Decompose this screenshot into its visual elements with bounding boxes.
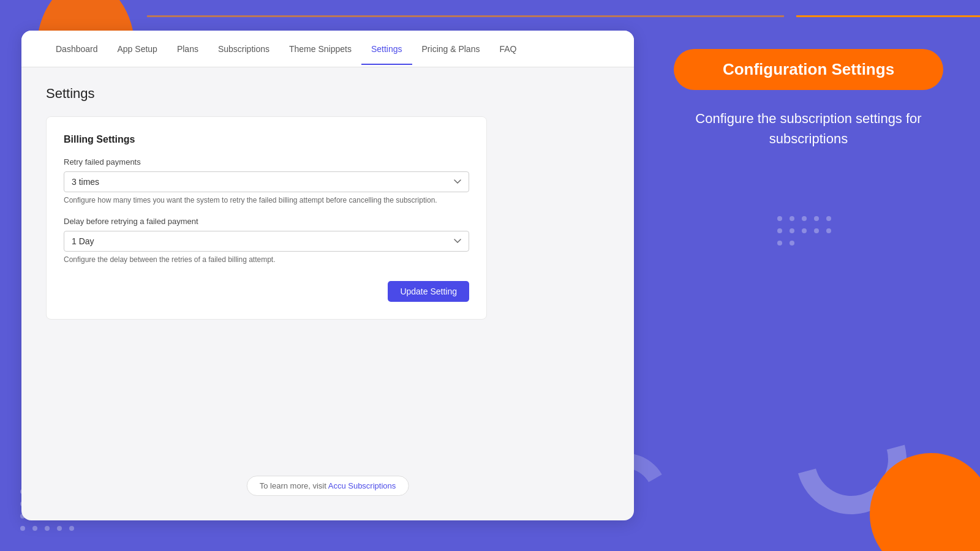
nav-item-plans[interactable]: Plans — [167, 33, 208, 65]
nav-item-dashboard[interactable]: Dashboard — [46, 33, 108, 65]
app-panel: Dashboard App Setup Plans Subscriptions … — [21, 31, 634, 520]
delay-payment-field: Delay before retrying a failed payment 1… — [64, 217, 469, 264]
delay-payment-select[interactable]: 1 Day 2 Days 3 Days 7 Days — [64, 231, 469, 252]
nav-item-faq[interactable]: FAQ — [489, 33, 526, 65]
config-settings-description: Configure the subscription settings for … — [692, 108, 925, 149]
main-content: Settings Billing Settings Retry failed p… — [21, 67, 634, 338]
nav-item-pricing-plans[interactable]: Pricing & Plans — [412, 33, 490, 65]
nav-bar: Dashboard App Setup Plans Subscriptions … — [21, 31, 634, 67]
footer-link-container: To learn more, visit Accu Subscriptions — [247, 476, 409, 496]
config-settings-badge: Configuration Settings — [674, 49, 943, 90]
billing-settings-card: Billing Settings Retry failed payments 3… — [46, 116, 487, 320]
delay-payment-hint: Configure the delay between the retries … — [64, 255, 469, 264]
delay-payment-label: Delay before retrying a failed payment — [64, 217, 469, 226]
retry-payments-select[interactable]: 3 times 1 time 2 times 5 times — [64, 171, 469, 192]
right-panel: Configuration Settings Configure the sub… — [637, 0, 980, 551]
nav-item-subscriptions[interactable]: Subscriptions — [208, 33, 279, 65]
page-title: Settings — [46, 86, 609, 102]
retry-payments-label: Retry failed payments — [64, 157, 469, 167]
retry-payments-hint: Configure how many times you want the sy… — [64, 196, 469, 204]
nav-item-app-setup[interactable]: App Setup — [108, 33, 167, 65]
nav-item-theme-snippets[interactable]: Theme Snippets — [279, 33, 361, 65]
nav-item-settings[interactable]: Settings — [361, 33, 412, 65]
footer-text: To learn more, visit — [260, 481, 328, 490]
retry-payments-field: Retry failed payments 3 times 1 time 2 t… — [64, 157, 469, 204]
accu-subscriptions-link[interactable]: Accu Subscriptions — [328, 481, 396, 490]
update-setting-button[interactable]: Update Setting — [388, 281, 469, 302]
card-title: Billing Settings — [64, 134, 469, 145]
